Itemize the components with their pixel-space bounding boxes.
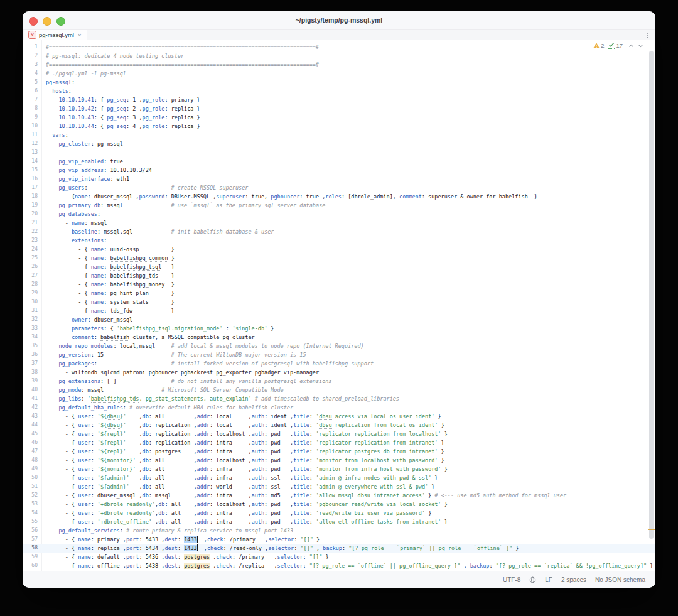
code-line[interactable]: 48 - { user: '${monitor}' ,db: all ,addr…: [23, 456, 655, 465]
code-line[interactable]: 23 extensions:: [23, 236, 655, 245]
line-number: 10: [23, 122, 46, 131]
code-line[interactable]: 57 - { name: primary ,port: 5433 ,dest: …: [23, 535, 655, 544]
globe-icon[interactable]: [529, 576, 536, 583]
inspections-widget[interactable]: 2 17: [591, 41, 645, 50]
line-number: 48: [23, 456, 46, 465]
code-line[interactable]: 33 parameters: { 'babelfishpg_tsql.migra…: [23, 324, 655, 333]
code-line[interactable]: 54 - { user: '+dbrole_readonly',db: all …: [23, 509, 655, 517]
code-line[interactable]: 8 10.10.10.42: { pg_seq: 2 ,pg_role: rep…: [23, 104, 655, 113]
code-line[interactable]: 18 - {name: dbuser_mssql ,password: DBUs…: [23, 192, 655, 201]
line-number: 57: [23, 535, 46, 544]
code-line[interactable]: 5pg-mssql:: [23, 78, 655, 87]
code-line[interactable]: 44 - { user: '${dbsu}' ,db: replication …: [23, 421, 655, 430]
indentation-indicator[interactable]: 2 spaces: [561, 576, 586, 583]
code-line[interactable]: 56 pg_default_services: # route primary …: [23, 526, 655, 535]
line-number: 42: [23, 403, 46, 412]
code-line[interactable]: 37 pg_packages: # install forked version…: [23, 359, 655, 368]
warnings-indicator[interactable]: 2: [593, 42, 604, 49]
code-line[interactable]: 53 - { user: '+dbrole_readonly',db: all …: [23, 500, 655, 509]
code-line[interactable]: 40 pg_mode: mssql # Microsoft SQL Server…: [23, 386, 655, 394]
code-line[interactable]: 14 pg_vip_enabled: true: [23, 157, 655, 166]
line-number: 53: [23, 500, 46, 509]
tab-close-icon[interactable]: ×: [78, 31, 82, 38]
code-line[interactable]: 29 - { name: pg_hint_plan }: [23, 289, 655, 298]
code-line[interactable]: 21 - name: mssql: [23, 219, 655, 227]
code-line[interactable]: 9 10.10.10.43: { pg_seq: 3 ,pg_role: rep…: [23, 113, 655, 122]
code-line[interactable]: 22 baseline: mssql.sql # init babelfish …: [23, 227, 655, 236]
line-number: 46: [23, 438, 46, 447]
code-line[interactable]: 20 pg_databases:: [23, 210, 655, 219]
code-line[interactable]: 41 pg_libs: 'babelfishpg_tds, pg_stat_st…: [23, 394, 655, 403]
code-line[interactable]: 30 - { name: system_stats }: [23, 298, 655, 306]
encoding-indicator[interactable]: UTF-8: [503, 576, 520, 583]
code-line[interactable]: 43 - { user: '${dbsu}' ,db: all ,addr: l…: [23, 412, 655, 421]
line-number: 45: [23, 430, 46, 438]
line-ending-indicator[interactable]: LF: [545, 576, 552, 583]
code-line[interactable]: 11 vars:: [23, 131, 655, 139]
warning-count: 2: [601, 42, 604, 49]
line-number: 6: [23, 87, 46, 95]
code-line[interactable]: 25 - { name: babelfishpg_common }: [23, 254, 655, 262]
code-line[interactable]: 2# pg-mssql: dedicate 4 node testing clu…: [23, 51, 655, 60]
code-line[interactable]: 47 - { user: '${repl}' ,db: postgres ,ad…: [23, 447, 655, 456]
line-number: 2: [23, 51, 46, 60]
editor-pane[interactable]: 1#======================================…: [23, 40, 655, 571]
line-number: 59: [23, 553, 46, 561]
code-line[interactable]: 52 - { user: dbuser_mssql ,db: mssql ,ad…: [23, 491, 655, 500]
code-line[interactable]: 17 pg_users: # create MSSQL superuser: [23, 183, 655, 192]
code-line[interactable]: 12 pg_cluster: pg-mssql: [23, 139, 655, 148]
warning-stripe-mark[interactable]: [648, 529, 655, 530]
scrollbar-thumb[interactable]: [649, 51, 654, 539]
code-line[interactable]: 31 - { name: tds_fdw }: [23, 306, 655, 315]
code-line[interactable]: 51 - { user: '${admin}' ,db: all ,addr: …: [23, 482, 655, 491]
line-number: 13: [23, 148, 46, 157]
code-line[interactable]: 45 - { user: '${repl}' ,db: replication …: [23, 430, 655, 438]
code-line[interactable]: 3#======================================…: [23, 60, 655, 69]
code-line[interactable]: 60 - { name: offline ,port: 5438 ,dest: …: [23, 561, 655, 570]
code-line[interactable]: 42 pg_default_hba_rules: # overwrite def…: [23, 403, 655, 412]
code-line[interactable]: 35 node_repo_modules: local,mssql # add …: [23, 342, 655, 350]
line-number: 3: [23, 60, 46, 69]
typo-count: 17: [616, 42, 623, 49]
line-number: 39: [23, 377, 46, 386]
next-problem-button[interactable]: [638, 44, 643, 48]
code-line[interactable]: 58 - { name: replica ,port: 5434 ,dest: …: [23, 544, 655, 553]
line-number: 28: [23, 280, 46, 289]
code-line[interactable]: 27 - { name: babelfishpg_tds }: [23, 271, 655, 280]
code-line[interactable]: 38 - wiltondb sqlcmd patroni pgbouncer p…: [23, 368, 655, 377]
code-line[interactable]: 55 - { user: '+dbrole_offline' ,db: all …: [23, 517, 655, 526]
previous-problem-button[interactable]: [628, 44, 634, 48]
tab-pg-mssql-yml[interactable]: Y pg-mssql.yml ×: [24, 30, 87, 40]
check-icon: [608, 42, 615, 49]
line-number: 40: [23, 386, 46, 394]
code-line[interactable]: 6 hosts:: [23, 87, 655, 95]
line-number: 5: [23, 78, 46, 87]
code-line[interactable]: 59 - { name: default ,port: 5436 ,dest: …: [23, 553, 655, 561]
code-line[interactable]: 28 - { name: babelfishpg_money }: [23, 280, 655, 289]
line-number: 41: [23, 394, 46, 403]
code-line[interactable]: 10 10.10.10.44: { pg_seq: 4 ,pg_role: re…: [23, 122, 655, 131]
schema-indicator[interactable]: No JSON schema: [595, 576, 645, 583]
code-line[interactable]: 49 - { user: '${monitor}' ,db: all ,addr…: [23, 465, 655, 473]
code-line[interactable]: 39 pg_extensions: [ ] # do not install a…: [23, 377, 655, 386]
code-line[interactable]: 7 10.10.10.41: { pg_seq: 1 ,pg_role: pri…: [23, 95, 655, 104]
code-line[interactable]: 1#======================================…: [23, 43, 655, 51]
code-line[interactable]: 36 pg_version: 15 # The current WiltonDB…: [23, 350, 655, 359]
code-line[interactable]: 13: [23, 148, 655, 157]
code-line[interactable]: 34 comment: babelfish cluster, a MSSQL c…: [23, 333, 655, 342]
code-line[interactable]: 50 - { user: '${admin}' ,db: all ,addr: …: [23, 473, 655, 482]
line-number: 54: [23, 509, 46, 517]
line-number: 7: [23, 95, 46, 104]
code-line[interactable]: 32 owner: dbuser_mssql: [23, 315, 655, 324]
code-line[interactable]: 4# ./pgsql.yml -l pg-mssql: [23, 69, 655, 78]
line-number: 11: [23, 131, 46, 139]
typos-indicator[interactable]: 17: [608, 42, 623, 49]
code-line[interactable]: 16 pg_vip_interface: eth1: [23, 175, 655, 183]
code-line[interactable]: 46 - { user: '${repl}' ,db: replication …: [23, 438, 655, 447]
more-options-icon[interactable]: [645, 31, 649, 39]
code-line[interactable]: 19 pg_primary_db: mssql # use `mssql` as…: [23, 201, 655, 210]
code-line[interactable]: 15 pg_vip_address: 10.10.10.3/24: [23, 166, 655, 175]
line-number: 15: [23, 166, 46, 175]
code-line[interactable]: 26 - { name: babelfishpg_tsql }: [23, 262, 655, 271]
code-line[interactable]: 24 - { name: uuid-ossp }: [23, 245, 655, 254]
